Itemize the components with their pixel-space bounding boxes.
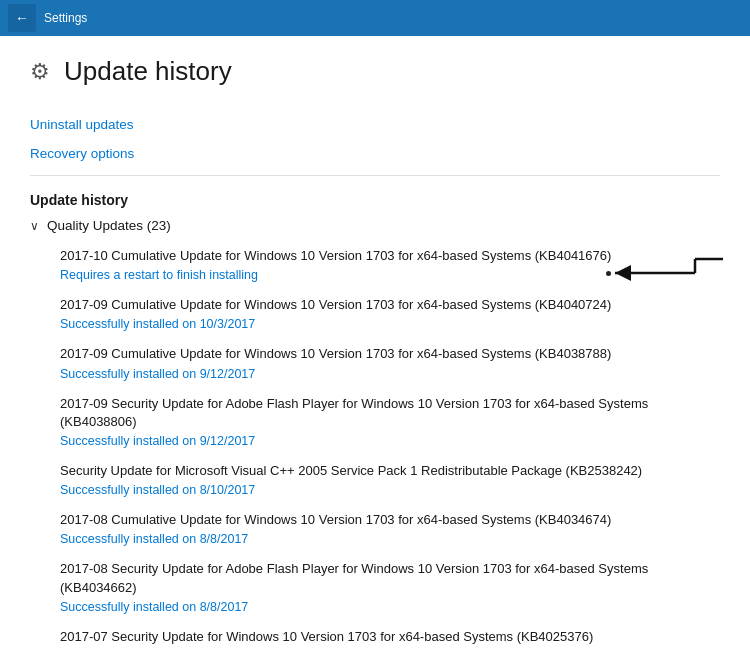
app-name: Settings	[44, 11, 87, 25]
svg-marker-1	[615, 265, 631, 281]
update-status-4[interactable]: Successfully installed on 9/12/2017	[60, 434, 720, 448]
update-item-8: 2017-07 Security Update for Windows 10 V…	[60, 628, 720, 646]
update-item-2: 2017-09 Cumulative Update for Windows 10…	[60, 296, 720, 331]
main-content: ⚙ Update history Uninstall updates Recov…	[0, 36, 750, 670]
update-status-5[interactable]: Successfully installed on 8/10/2017	[60, 483, 720, 497]
update-title-4: 2017-09 Security Update for Adobe Flash …	[60, 395, 720, 431]
section-title: Update history	[30, 192, 720, 208]
title-bar: ← Settings	[0, 0, 750, 36]
divider	[30, 175, 720, 176]
update-title-8: 2017-07 Security Update for Windows 10 V…	[60, 628, 720, 646]
annotation-1	[606, 255, 725, 291]
back-button[interactable]: ←	[8, 4, 36, 32]
update-item-4: 2017-09 Security Update for Adobe Flash …	[60, 395, 720, 448]
back-icon: ←	[15, 10, 29, 26]
links-section: Uninstall updates Recovery options	[30, 117, 720, 161]
quality-updates-group-header[interactable]: ∨ Quality Updates (23)	[30, 218, 720, 233]
chevron-down-icon: ∨	[30, 219, 39, 233]
annotation-dot	[606, 271, 611, 276]
update-status-7[interactable]: Successfully installed on 8/8/2017	[60, 600, 720, 614]
update-title-2: 2017-09 Cumulative Update for Windows 10…	[60, 296, 720, 314]
update-status-3[interactable]: Successfully installed on 9/12/2017	[60, 367, 720, 381]
update-item-3: 2017-09 Cumulative Update for Windows 10…	[60, 345, 720, 380]
update-item-7: 2017-08 Security Update for Adobe Flash …	[60, 560, 720, 613]
page-title: Update history	[64, 56, 232, 87]
gear-icon: ⚙	[30, 59, 50, 85]
update-status-2[interactable]: Successfully installed on 10/3/2017	[60, 317, 720, 331]
update-title-3: 2017-09 Cumulative Update for Windows 10…	[60, 345, 720, 363]
update-item-1: 2017-10 Cumulative Update for Windows 10…	[60, 247, 720, 282]
update-item-6: 2017-08 Cumulative Update for Windows 10…	[60, 511, 720, 546]
update-item-5: Security Update for Microsoft Visual C++…	[60, 462, 720, 497]
annotation-arrow-svg	[615, 255, 725, 291]
recovery-options-link[interactable]: Recovery options	[30, 146, 720, 161]
uninstall-updates-link[interactable]: Uninstall updates	[30, 117, 720, 132]
update-status-6[interactable]: Successfully installed on 8/8/2017	[60, 532, 720, 546]
group-title: Quality Updates (23)	[47, 218, 171, 233]
update-title-7: 2017-08 Security Update for Adobe Flash …	[60, 560, 720, 596]
update-title-6: 2017-08 Cumulative Update for Windows 10…	[60, 511, 720, 529]
update-title-5: Security Update for Microsoft Visual C++…	[60, 462, 720, 480]
page-header: ⚙ Update history	[30, 56, 720, 97]
